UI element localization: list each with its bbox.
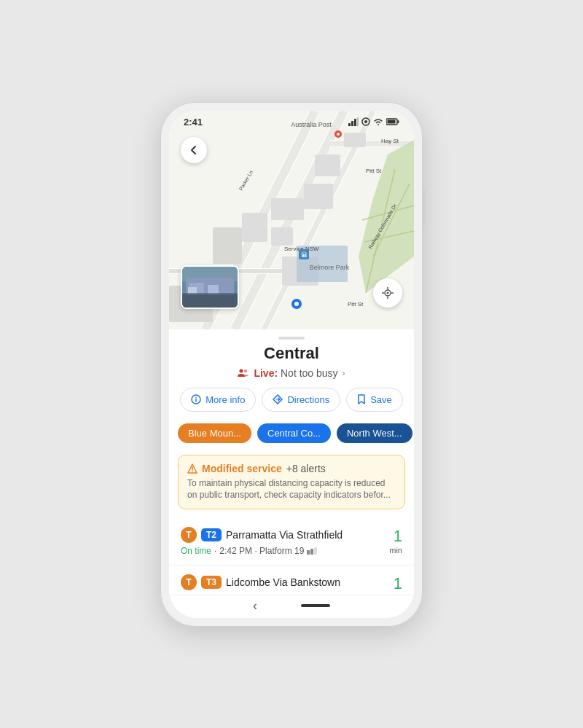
back-arrow-icon — [188, 144, 200, 156]
svg-rect-24 — [344, 133, 366, 147]
route-tags: Blue Moun... Central Co... North West...… — [169, 420, 414, 452]
svg-rect-42 — [351, 121, 353, 126]
svg-rect-72 — [307, 550, 310, 555]
busy-chevron: › — [343, 368, 345, 378]
svg-rect-44 — [357, 117, 359, 126]
transit-badges-t3: T T3 Lidcombe Via Bankstown — [181, 574, 389, 590]
svg-rect-23 — [315, 154, 340, 176]
nav-chevron[interactable]: ‹ — [253, 598, 257, 614]
svg-text:Hay St: Hay St — [381, 138, 399, 144]
svg-rect-19 — [213, 227, 242, 264]
phone-screen: Australia Post Hay St Pitt St Parker Ln … — [169, 111, 414, 618]
transit-time-t2: 1 min — [389, 527, 402, 555]
transit-badges-t2: T T2 Parramatta Via Strathfield — [181, 527, 389, 543]
thumbnail-image — [182, 267, 238, 308]
route-tag-blue-mountains[interactable]: Blue Moun... — [178, 423, 251, 443]
svg-rect-43 — [354, 119, 356, 126]
transit-row-t2[interactable]: T T2 Parramatta Via Strathfield On time … — [169, 518, 414, 565]
svg-rect-16 — [271, 198, 304, 220]
svg-text:Pitt St: Pitt St — [348, 301, 364, 308]
alert-description: To maintain physical distancing capacity… — [187, 477, 396, 502]
transit-detail-t2: On time · 2:42 PM · Platform 19 — [181, 546, 389, 556]
svg-point-64 — [244, 369, 247, 372]
info-icon — [191, 394, 201, 404]
svg-rect-48 — [398, 120, 399, 123]
badge-train-t3: T — [181, 574, 197, 590]
location-button[interactable] — [373, 278, 402, 308]
transit-row-t3[interactable]: T T3 Lidcombe Via Bankstown On time · 2:… — [169, 565, 414, 594]
svg-point-46 — [364, 120, 367, 123]
route-tag-central-coast[interactable]: Central Co... — [257, 423, 331, 443]
alert-banner[interactable]: Modified service +8 alerts To maintain p… — [178, 455, 405, 510]
svg-rect-74 — [314, 547, 317, 555]
battery-icon — [386, 117, 399, 126]
directions-icon — [273, 394, 283, 404]
badge-line-t2: T2 — [201, 528, 222, 541]
transit-left-t2: T T2 Parramatta Via Strathfield On time … — [181, 527, 389, 556]
svg-rect-49 — [388, 120, 396, 124]
svg-rect-60 — [208, 285, 219, 296]
home-indicator[interactable] — [301, 604, 330, 607]
place-thumbnail — [181, 265, 239, 309]
transit-name-t3: Lidcombe Via Bankstown — [226, 576, 340, 588]
status-bar: 2:41 — [169, 111, 414, 130]
busy-live-label: Live: Not too busy — [254, 367, 337, 379]
svg-point-66 — [195, 397, 197, 399]
more-info-button[interactable]: More info — [180, 388, 256, 412]
busy-indicator[interactable]: Live: Not too busy › — [169, 367, 414, 379]
transit-time-t3: 1 min — [389, 574, 402, 594]
busy-status: Not too busy — [281, 367, 338, 379]
drag-handle — [278, 337, 305, 340]
svg-rect-73 — [310, 549, 313, 555]
capacity-icon-t2 — [307, 547, 318, 555]
svg-rect-62 — [188, 287, 197, 294]
svg-point-51 — [387, 291, 389, 294]
status-time: 2:41 — [184, 117, 203, 128]
status-icons — [348, 117, 399, 126]
svg-point-71 — [192, 471, 192, 471]
save-icon — [357, 394, 366, 404]
save-button[interactable]: Save — [346, 388, 403, 412]
svg-point-30 — [294, 302, 299, 306]
back-button[interactable] — [181, 137, 207, 163]
svg-point-28 — [337, 133, 340, 136]
people-icon — [238, 368, 249, 378]
cast-icon — [361, 117, 370, 126]
svg-text:🏛: 🏛 — [301, 251, 308, 259]
svg-point-63 — [240, 369, 243, 372]
svg-rect-17 — [271, 227, 293, 246]
badge-line-t3: T3 — [201, 576, 222, 589]
wifi-icon — [373, 117, 383, 126]
svg-rect-22 — [304, 184, 333, 209]
alert-title: Modified service +8 alerts — [187, 463, 396, 474]
action-buttons: More info Directions Save — [169, 388, 414, 420]
badge-train-t2: T — [181, 527, 197, 543]
warning-icon — [187, 463, 197, 474]
signal-icon — [348, 117, 359, 126]
my-location-icon — [380, 286, 395, 300]
svg-rect-18 — [242, 213, 267, 242]
svg-rect-61 — [182, 294, 238, 308]
svg-text:Belmore Park: Belmore Park — [310, 264, 350, 271]
svg-rect-41 — [348, 123, 351, 126]
map-area: Australia Post Hay St Pitt St Parker Ln … — [169, 111, 414, 329]
svg-text:Pitt St: Pitt St — [366, 168, 382, 174]
bottom-sheet: Central Live: Not too busy › — [169, 329, 414, 595]
route-tag-north-west[interactable]: North West... — [337, 423, 412, 443]
transit-left-t3: T T3 Lidcombe Via Bankstown On time · 2:… — [181, 574, 389, 594]
directions-button[interactable]: Directions — [262, 388, 340, 412]
place-name: Central — [181, 344, 402, 363]
phone-frame: Australia Post Hay St Pitt St Parker Ln … — [160, 102, 423, 627]
transit-name-t2: Parramatta Via Strathfield — [226, 529, 343, 541]
